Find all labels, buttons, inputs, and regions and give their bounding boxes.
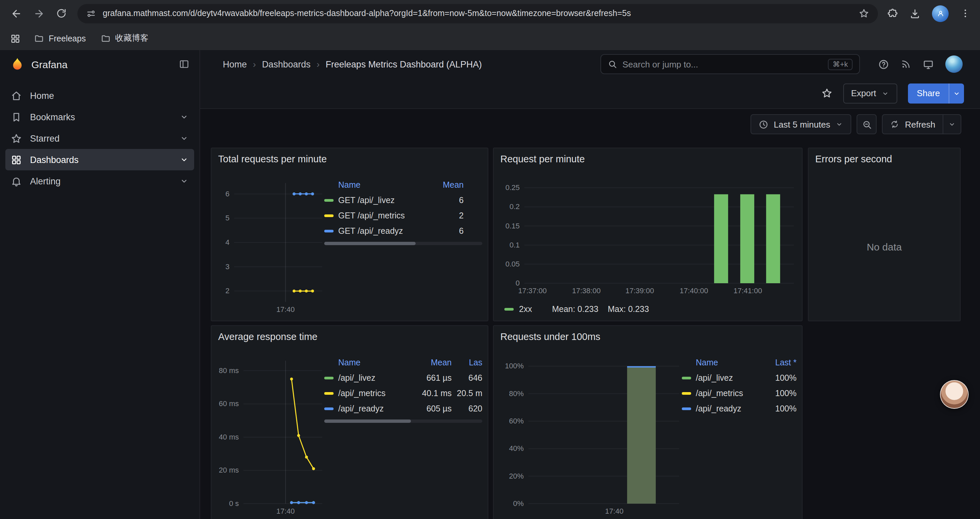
series-name[interactable]: /api/_metrics bbox=[338, 388, 386, 398]
panel-title[interactable]: Average response time bbox=[212, 326, 488, 342]
sidebar-item-alerting[interactable]: Alerting bbox=[5, 170, 194, 192]
request-per-minute-chart[interactable]: 0.250.20.150.10.05017:37:0017:38:0017:39… bbox=[499, 178, 798, 298]
share-button[interactable]: Share bbox=[908, 83, 949, 103]
breadcrumb-item[interactable]: Home bbox=[223, 59, 247, 69]
search-input[interactable] bbox=[622, 59, 822, 69]
export-button[interactable]: Export bbox=[843, 83, 897, 103]
home-icon bbox=[11, 90, 22, 101]
sidebar-collapse-icon[interactable] bbox=[179, 59, 189, 69]
series-name[interactable]: /api/_metrics bbox=[696, 388, 743, 398]
series-name[interactable]: /api/_readyz bbox=[696, 404, 741, 413]
zoom-out-button[interactable] bbox=[857, 114, 877, 134]
address-bar[interactable]: grafana.mathmast.com/d/deytv4rwavabkb/fr… bbox=[77, 4, 878, 23]
svg-text:0.15: 0.15 bbox=[505, 222, 520, 230]
time-range-label: Last 5 minutes bbox=[774, 119, 830, 129]
search-box[interactable]: ⌘+k bbox=[600, 54, 860, 74]
brand-name: Grafana bbox=[31, 58, 67, 70]
panel-title[interactable]: Request per minute bbox=[494, 148, 802, 164]
legend-col-last[interactable]: Las bbox=[452, 358, 482, 367]
refresh-button[interactable]: Refresh bbox=[882, 114, 943, 134]
svg-text:17:40: 17:40 bbox=[276, 305, 294, 314]
total-requests-chart[interactable]: 6543217:40 bbox=[217, 178, 326, 316]
legend-col-name[interactable]: Name bbox=[324, 180, 426, 190]
series-swatch[interactable] bbox=[324, 199, 334, 201]
series-last: 100% bbox=[758, 373, 797, 382]
svg-text:17:40: 17:40 bbox=[276, 507, 294, 515]
series-swatch[interactable] bbox=[324, 376, 334, 379]
sidebar-item-bookmarks[interactable]: Bookmarks bbox=[5, 106, 194, 128]
sidebar-item-dashboards[interactable]: Dashboards bbox=[5, 149, 194, 170]
series-name[interactable]: GET /api/_livez bbox=[338, 195, 395, 205]
panel-title[interactable]: Errors per second bbox=[808, 148, 960, 164]
rss-icon[interactable] bbox=[900, 59, 911, 69]
grafana-logo-icon[interactable] bbox=[10, 57, 25, 72]
refresh-interval-button[interactable] bbox=[943, 114, 961, 134]
assistant-avatar[interactable] bbox=[940, 380, 969, 409]
series-swatch[interactable] bbox=[682, 407, 691, 410]
legend-row: /api/_metrics 100% bbox=[682, 385, 797, 401]
dashboard-canvas: Last 5 minutes Refresh Total requests bbox=[200, 109, 980, 519]
bookmark-item[interactable]: Freeleaps bbox=[34, 34, 86, 43]
downloads-icon[interactable] bbox=[909, 8, 921, 19]
legend-col-last[interactable]: Last * bbox=[758, 358, 797, 367]
breadcrumb-item[interactable]: Dashboards bbox=[262, 59, 310, 69]
sidebar-item-label: Home bbox=[30, 91, 54, 101]
series-name[interactable]: GET /api/_readyz bbox=[338, 226, 403, 235]
bookmark-item[interactable]: 收藏博客 bbox=[100, 33, 148, 44]
legend-table: Name Mean Las /api/_livez 661 µs 646 /ap… bbox=[324, 355, 482, 423]
apps-grid-icon[interactable] bbox=[10, 33, 21, 44]
series-name[interactable]: 2xx bbox=[519, 305, 532, 314]
series-swatch[interactable] bbox=[324, 392, 334, 394]
bookmark-star-icon[interactable] bbox=[859, 8, 869, 19]
series-swatch[interactable] bbox=[682, 392, 691, 394]
legend-scrollbar[interactable] bbox=[324, 420, 482, 423]
series-swatch[interactable] bbox=[324, 214, 334, 217]
share-menu-button[interactable] bbox=[949, 83, 964, 103]
legend-table: Name Last * /api/_livez 100% /api/_metri… bbox=[682, 355, 797, 416]
svg-text:0%: 0% bbox=[513, 499, 524, 508]
panel-title[interactable]: Total requests per minute bbox=[212, 148, 488, 164]
time-range-picker[interactable]: Last 5 minutes bbox=[751, 114, 851, 134]
browser-menu-icon[interactable] bbox=[960, 8, 970, 19]
series-swatch[interactable] bbox=[682, 376, 691, 379]
average-response-time-chart[interactable]: 80 ms60 ms40 ms20 ms0 s17:40 bbox=[217, 355, 326, 518]
breadcrumb-item[interactable]: Freeleaps Metrics Dashboard (ALPHA) bbox=[326, 59, 482, 69]
legend-scrollbar[interactable] bbox=[324, 242, 482, 245]
chevron-down-icon[interactable] bbox=[180, 134, 189, 143]
extensions-icon[interactable] bbox=[887, 8, 898, 19]
svg-text:17:37:00: 17:37:00 bbox=[518, 287, 547, 295]
browser-profile-avatar[interactable] bbox=[932, 5, 949, 22]
sidebar-item-starred[interactable]: Starred bbox=[5, 128, 194, 149]
series-last: 620 bbox=[452, 404, 482, 413]
grafana-header: Home›Dashboards›Freeleaps Metrics Dashbo… bbox=[200, 50, 980, 78]
back-icon[interactable] bbox=[11, 8, 22, 19]
series-swatch[interactable] bbox=[324, 230, 334, 232]
chevron-down-icon[interactable] bbox=[180, 155, 189, 164]
legend-col-mean[interactable]: Mean bbox=[426, 180, 464, 190]
forward-icon[interactable] bbox=[33, 8, 45, 19]
reload-icon[interactable] bbox=[56, 8, 67, 19]
legend-col-name[interactable]: Name bbox=[324, 358, 413, 367]
user-avatar[interactable] bbox=[945, 56, 963, 73]
monitor-icon[interactable] bbox=[923, 58, 934, 70]
legend-col-name[interactable]: Name bbox=[682, 358, 758, 367]
panel-title[interactable]: Requests under 100ms bbox=[494, 326, 802, 342]
requests-under-100ms-chart[interactable]: 100%80%60%40%20%0%17:40 bbox=[499, 355, 683, 518]
sidebar-item-home[interactable]: Home bbox=[5, 85, 194, 106]
series-name[interactable]: /api/_readyz bbox=[338, 404, 383, 413]
chevron-down-icon[interactable] bbox=[180, 112, 189, 121]
series-name[interactable]: /api/_livez bbox=[696, 373, 733, 382]
series-mean: 6 bbox=[426, 226, 464, 235]
series-swatch[interactable] bbox=[324, 407, 334, 410]
refresh-split-button: Refresh bbox=[882, 114, 961, 134]
header-icons bbox=[878, 50, 963, 78]
legend-col-mean[interactable]: Mean bbox=[413, 358, 452, 367]
site-settings-icon[interactable] bbox=[86, 8, 96, 18]
series-name[interactable]: /api/_livez bbox=[338, 373, 375, 382]
url-text[interactable]: grafana.mathmast.com/d/deytv4rwavabkb/fr… bbox=[103, 9, 631, 18]
favorite-star-icon[interactable] bbox=[821, 88, 832, 99]
series-name[interactable]: GET /api/_metrics bbox=[338, 211, 405, 220]
help-icon[interactable] bbox=[878, 58, 889, 70]
series-swatch[interactable] bbox=[504, 308, 514, 311]
chevron-down-icon[interactable] bbox=[180, 176, 189, 186]
